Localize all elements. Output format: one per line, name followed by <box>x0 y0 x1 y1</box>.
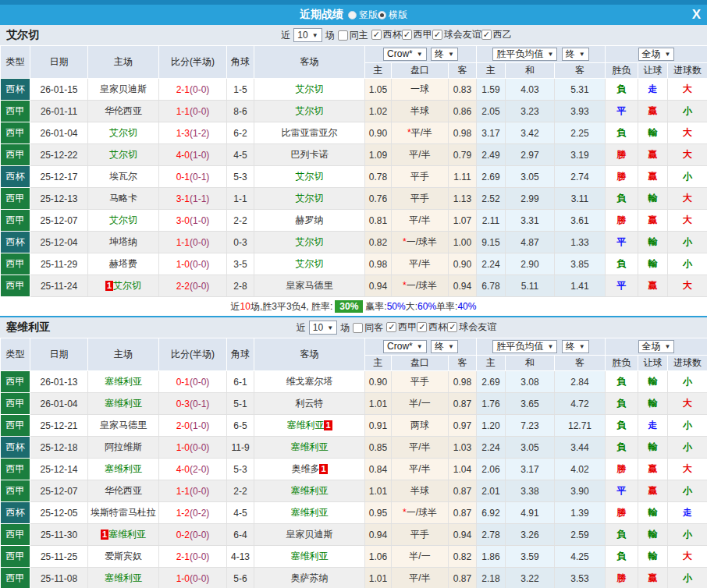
home-team-name: 塞维利亚 <box>108 529 146 540</box>
league-filter[interactable]: 西杯 <box>417 321 447 334</box>
match-row: 西甲26-01-04塞维利亚0-3(0-1)5-1利云特1.01半/一0.871… <box>1 393 707 415</box>
handicap-text: 半球 <box>410 485 429 496</box>
away-team: 比雷亚雷亚尔 <box>254 122 365 144</box>
radio-icon[interactable] <box>378 11 386 19</box>
fulltime-score: 0-1 <box>176 172 190 182</box>
close-icon[interactable]: X <box>692 5 701 24</box>
away-team-name: 塞维利亚 <box>286 420 324 430</box>
goals-result-cell: 大 <box>668 122 707 144</box>
avg-away: 12.71 <box>555 415 606 437</box>
odds-home: 0.91 <box>365 415 392 437</box>
odds-away: 0.82 <box>449 546 477 568</box>
same-venue-checkbox[interactable] <box>353 323 363 333</box>
match-score: 1-1(0-0) <box>159 480 227 502</box>
home-team-name: 塞维利亚 <box>105 572 142 583</box>
league-checkbox[interactable] <box>417 322 427 332</box>
home-team-name: 马略卡 <box>109 193 137 204</box>
odds-away: 0.90 <box>449 253 477 275</box>
col-header-odds-home: 主 <box>365 63 392 79</box>
away-team: 塞维利亚 <box>254 437 365 459</box>
scope-select[interactable]: 全场 <box>638 340 675 353</box>
league-checkbox[interactable] <box>481 30 492 40</box>
radio-icon[interactable] <box>348 11 357 19</box>
match-score: 1-1(0-0) <box>159 101 227 122</box>
goals-result-cell: 小 <box>668 437 707 459</box>
halftime-score: (1-0) <box>190 420 209 431</box>
match-count-select[interactable]: 10 <box>309 321 337 335</box>
league-checkbox[interactable] <box>371 30 382 40</box>
same-venue-filter[interactable]: 同客 <box>353 321 383 335</box>
let-result-cell: 贏 <box>638 101 668 122</box>
match-score: 1-0(0-0) <box>159 253 227 275</box>
away-team: 皇家马德里 <box>254 275 365 297</box>
corner-score: 4-13 <box>227 546 254 568</box>
avg-away: 3.93 <box>555 101 606 122</box>
goals-result-cell: 小 <box>668 524 707 546</box>
let-result-cell: 贏 <box>638 166 668 188</box>
league-checkbox[interactable] <box>386 322 396 332</box>
league-filter[interactable]: 西甲 <box>402 28 432 41</box>
home-team: 爱斯宾奴 <box>88 546 159 568</box>
league-checkbox[interactable] <box>432 30 442 40</box>
corner-score: 3-5 <box>227 253 254 275</box>
section-header: 艾尔切 近 10 场 同主 西杯西甲球会友谊西乙 <box>0 25 707 45</box>
league-checkbox[interactable] <box>402 30 412 40</box>
home-team: 埃斯特雷马杜拉 <box>88 502 159 524</box>
league-filter[interactable]: 西乙 <box>481 28 512 41</box>
match-score: 1-0(0-0) <box>159 568 227 588</box>
odds-company-select[interactable]: Crow* <box>383 340 427 353</box>
redcard-badge: 1 <box>101 530 108 540</box>
team-name: 塞维利亚 <box>6 321 50 335</box>
titlebar: 近期战绩 竖版横版 X <box>0 5 707 25</box>
away-team: 巴列卡诺 <box>254 144 365 166</box>
league-filter[interactable]: 西杯 <box>371 28 402 41</box>
league-filter-group: 西杯西甲球会友谊西乙 <box>371 28 512 42</box>
match-date: 25-12-14 <box>30 459 88 480</box>
match-count-select[interactable]: 10 <box>293 28 322 42</box>
avg-state-select[interactable]: 终 <box>562 340 589 353</box>
odds-away: 1.03 <box>449 437 477 459</box>
away-team-name: 奥萨苏纳 <box>291 572 329 583</box>
corner-score: 6-2 <box>227 122 254 144</box>
odds-state-select[interactable]: 终 <box>431 48 458 61</box>
odds-home: 1.09 <box>365 144 392 166</box>
odds-away: 0.87 <box>449 502 477 524</box>
avg-draw: 3.26 <box>506 524 555 546</box>
same-venue-filter[interactable]: 同主 <box>338 29 368 42</box>
team-section: 艾尔切 近 10 场 同主 西杯西甲球会友谊西乙 类型 日期 主场 比分(半场)… <box>0 25 707 316</box>
odds-state-select[interactable]: 终 <box>431 340 458 353</box>
halftime-score: (0-0) <box>190 106 209 117</box>
avg-state-select[interactable]: 终 <box>562 48 589 61</box>
odds-handicap: 平/半 <box>392 144 449 166</box>
match-type-badge: 西甲 <box>1 144 30 166</box>
result-cell: 負 <box>606 371 638 393</box>
layout-radio-option[interactable]: 竖版 <box>348 9 378 22</box>
layout-radio-option[interactable]: 横版 <box>378 9 407 22</box>
home-team-name: 华伦西亚 <box>105 485 142 496</box>
league-filter[interactable]: 西甲 <box>386 321 417 334</box>
col-header-home: 主场 <box>88 338 159 371</box>
match-row: 西杯25-12-05埃斯特雷马杜拉1-2(0-2)4-5塞维利亚0.95*一/球… <box>1 502 707 524</box>
filter-prefix-label: 近 <box>297 321 306 335</box>
summary-segment: 30% <box>335 300 363 313</box>
match-type-badge: 西甲 <box>1 101 30 122</box>
odds-away: 1.00 <box>449 232 477 253</box>
avg-away: 3.11 <box>555 188 606 210</box>
let-result-cell: 輸 <box>638 524 668 546</box>
match-score: 0-2(0-0) <box>159 524 227 546</box>
odds-home: 1.01 <box>365 393 392 415</box>
same-venue-checkbox[interactable] <box>338 30 348 41</box>
corner-score: 1-5 <box>227 79 254 101</box>
avg-select[interactable]: 胜平负均值 <box>492 48 557 61</box>
halftime-score: (1-0) <box>190 150 209 161</box>
match-row: 西杯26-01-15皇家贝迪斯2-1(0-0)1-5艾尔切1.05一球0.831… <box>1 79 707 101</box>
league-checkbox[interactable] <box>447 322 457 332</box>
league-filter[interactable]: 球会友谊 <box>432 28 481 41</box>
league-filter[interactable]: 球会友谊 <box>447 321 496 334</box>
match-type-badge: 西甲 <box>1 122 30 144</box>
odds-home: 0.98 <box>365 253 392 275</box>
avg-select[interactable]: 胜平负均值 <box>492 340 557 353</box>
scope-select[interactable]: 全场 <box>638 48 675 61</box>
odds-company-select[interactable]: Crow* <box>383 48 427 61</box>
corner-score: 4-5 <box>227 502 254 524</box>
